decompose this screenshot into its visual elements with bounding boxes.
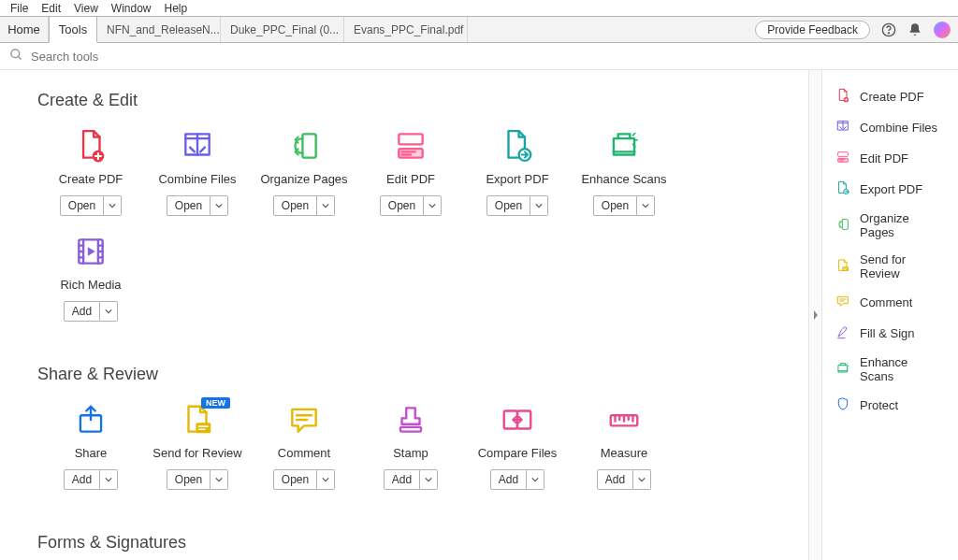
tool-action-button[interactable]: Add [597, 469, 633, 490]
menubar: File Edit View Window Help [0, 0, 958, 17]
tool-label: Comment [278, 446, 330, 460]
tool-action-split: Add [64, 301, 118, 322]
tool-label: Create PDF [59, 172, 123, 186]
svg-point-1 [888, 32, 889, 33]
tool-action-dropdown[interactable] [104, 195, 122, 216]
main: Create & Edit Create PDF Open Combine Fi… [0, 69, 958, 560]
compare-icon [498, 401, 537, 438]
tool-action-dropdown[interactable] [424, 195, 442, 216]
tool-action-dropdown[interactable] [633, 469, 651, 490]
tool-combine[interactable]: Combine Files Open [144, 127, 251, 216]
tool-action-button[interactable]: Open [167, 469, 210, 490]
tool-action-dropdown[interactable] [527, 469, 544, 490]
tab-home[interactable]: Home [0, 17, 49, 42]
svg-point-2 [11, 50, 20, 58]
tool-enhance[interactable]: Enhance Scans Open [571, 127, 677, 216]
tool-label: Combine Files [158, 172, 236, 186]
tool-action-button[interactable]: Open [167, 195, 210, 216]
tool-action-split: Open [273, 195, 335, 216]
tool-organize[interactable]: Organize Pages Open [251, 127, 357, 216]
tool-export[interactable]: Export PDF Open [464, 127, 571, 216]
sidepanel-export[interactable]: Export PDF [822, 174, 958, 205]
tool-action-dropdown[interactable] [530, 195, 548, 216]
tool-action-dropdown[interactable] [100, 469, 118, 490]
menu-view[interactable]: View [67, 2, 105, 15]
tool-action-button[interactable]: Add [490, 469, 527, 490]
tool-action-dropdown[interactable] [100, 301, 118, 322]
tool-comment[interactable]: Comment Open [251, 401, 357, 490]
sidepanel-comment[interactable]: Comment [822, 287, 958, 318]
searchbar [0, 43, 958, 69]
tool-action-split: Add [597, 469, 651, 490]
tool-share[interactable]: Share Add [37, 401, 144, 490]
tool-action-button[interactable]: Open [273, 195, 317, 216]
tool-compare[interactable]: Compare Files Add [464, 401, 571, 490]
tool-action-button[interactable]: Open [486, 195, 530, 216]
sidepanel-label: Comment [860, 295, 912, 309]
svg-rect-7 [399, 149, 422, 158]
tool-stamp[interactable]: Stamp Add [357, 401, 464, 490]
sidepanel-combine[interactable]: Combine Files [822, 112, 958, 143]
tool-label: Send for Review [152, 446, 241, 460]
tool-action-dropdown[interactable] [210, 469, 228, 490]
tool-action-split: Open [273, 469, 335, 490]
avatar[interactable] [934, 22, 951, 38]
tool-action-button[interactable]: Open [593, 195, 637, 216]
sidepanel-create-pdf[interactable]: Create PDF [822, 81, 958, 112]
tool-label: Export PDF [486, 172, 548, 186]
menu-file[interactable]: File [4, 2, 35, 15]
comment-icon [835, 294, 850, 311]
tool-action-button[interactable]: Add [64, 469, 100, 490]
tool-action-split: Open [60, 195, 122, 216]
sidepanel-send-review[interactable]: Send for Review [822, 246, 958, 287]
tool-send-review[interactable]: NEW Send for Review Open [144, 401, 251, 490]
sidepanel-edit-pdf[interactable]: Edit PDF [822, 143, 958, 174]
tool-action-button[interactable]: Open [273, 469, 317, 490]
tool-action-button[interactable]: Open [60, 195, 104, 216]
sidepanel-label: Fill & Sign [860, 326, 915, 340]
menu-help[interactable]: Help [158, 2, 195, 15]
sidepanel-protect[interactable]: Protect [822, 390, 958, 421]
help-icon[interactable] [881, 22, 896, 37]
sidepanel-label: Protect [860, 398, 898, 412]
bell-icon[interactable] [907, 22, 922, 37]
protect-icon [835, 396, 850, 414]
tool-action-dropdown[interactable] [317, 469, 335, 490]
tool-label: Organize Pages [260, 172, 347, 186]
tool-action-dropdown[interactable] [317, 195, 335, 216]
tool-rich-media[interactable]: Rich Media Add [37, 233, 144, 322]
menu-edit[interactable]: Edit [35, 2, 67, 15]
combine-icon [178, 127, 217, 165]
tool-action-split: Open [167, 195, 228, 216]
tool-action-button[interactable]: Add [64, 301, 100, 322]
stamp-icon [391, 401, 430, 438]
tool-create-pdf[interactable]: Create PDF Open [37, 127, 144, 216]
organize-icon [284, 127, 324, 165]
tool-label: Edit PDF [386, 172, 435, 186]
tool-action-button[interactable]: Open [380, 195, 424, 216]
sidepanel-enhance[interactable]: Enhance Scans [822, 349, 958, 390]
tool-action-dropdown[interactable] [210, 195, 228, 216]
rich-media-icon [71, 233, 110, 270]
tool-action-dropdown[interactable] [637, 195, 655, 216]
tool-action-button[interactable]: Add [384, 469, 420, 490]
comment-icon [284, 401, 324, 438]
export-icon [498, 127, 537, 165]
sidepanel-organize[interactable]: Organize Pages [822, 205, 958, 246]
menu-window[interactable]: Window [105, 2, 158, 15]
collapse-handle[interactable] [808, 70, 821, 560]
document-tab[interactable]: NFN_and_ReleaseN... [97, 17, 221, 42]
tool-action-dropdown[interactable] [420, 469, 438, 490]
tool-measure[interactable]: Measure Add [571, 401, 677, 490]
tool-action-split: Open [486, 195, 548, 216]
search-input[interactable] [31, 50, 949, 64]
document-tab[interactable]: Evans_PPC_Final.pdf [344, 17, 468, 42]
provide-feedback-button[interactable]: Provide Feedback [755, 21, 870, 39]
document-tab[interactable]: Duke_PPC_Final (0... [221, 17, 344, 42]
tool-label: Rich Media [60, 278, 121, 292]
enhance-icon [835, 361, 850, 379]
tool-edit-pdf[interactable]: Edit PDF Open [357, 127, 464, 216]
sidepanel-fill-sign[interactable]: Fill & Sign [822, 318, 958, 349]
new-badge: NEW [201, 397, 230, 409]
tab-tools[interactable]: Tools [49, 17, 97, 43]
